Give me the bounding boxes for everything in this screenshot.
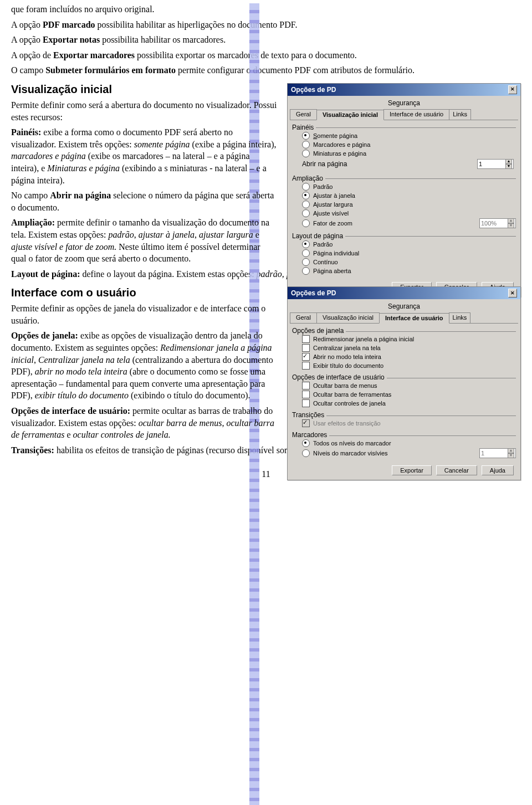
dialog-titlebar: Opções de PD ✕ [288,84,520,96]
close-icon[interactable]: ✕ [508,85,517,94]
heading-visualizacao: Visualização inicial [11,83,277,96]
close-icon-2[interactable]: ✕ [508,289,517,298]
radio-ajustar-largura[interactable] [302,201,310,208]
marc-niveis-input[interactable]: 1 ▲▼ [479,448,516,458]
chk-redimensionar[interactable] [302,335,310,343]
dialog-interface-usuario: Opções de PD ✕ Segurança Geral Visualiza… [287,286,521,480]
tab-links[interactable]: Links [449,109,471,120]
sec2-p3: Opções de interface de usuário: permite … [11,405,277,441]
chk-ocultar-menus[interactable] [302,382,310,389]
exportar-button-2[interactable]: Exportar [392,465,432,475]
para-intro-3: A opção Exportar notas possibilita habil… [11,34,521,46]
sec1-p3: No campo Abrir na página selecione o núm… [11,189,277,213]
ajuda-button-2[interactable]: Ajuda [482,465,514,475]
sec2-p2: Opções de janela: exibe as opções de vis… [11,330,277,402]
para-intro-4: A opção de Exportar marcadores possibili… [11,49,521,61]
radio-ajustar-janela[interactable] [302,192,310,199]
tab-iface[interactable]: Interface de usuário [383,109,449,120]
chk-exibir-titulo[interactable] [302,362,310,370]
heading-interface: Interface com o usuário [11,286,277,299]
radio-lp-aberta[interactable] [302,267,310,275]
tab-geral[interactable]: Geral [290,109,317,120]
fieldset-marcadores: Marcadores [292,431,327,439]
tab-iface-2[interactable]: Interface de usuário [379,313,449,324]
radio-niveis-visivies[interactable] [302,449,310,457]
tab-strip: Geral Visualização inicial Interface de … [290,109,518,120]
abrir-label: Abrir na página [302,160,347,168]
cancelar-button-2[interactable]: Cancelar [436,465,477,475]
fieldset-opjanela: Opções de janela [292,327,344,335]
fieldset-paineis: Painéis [292,124,314,131]
radio-miniaturas-pagina[interactable] [302,150,310,157]
chk-usar-transicao [302,419,310,427]
fieldset-opinterface: Opções de interface de usuário [292,373,385,381]
tab-vis[interactable]: Visualização inicial [316,110,384,120]
fieldset-ampliacao: Ampliação [292,175,323,182]
abrir-pagina-input[interactable]: 1 ▲▼ [477,159,514,169]
sec1-p2: Painéis: exibe a forma como o documento … [11,126,277,186]
sec1-p4: Ampliação: permite definir o tamanho da … [11,217,277,264]
tab-seguranca[interactable]: Segurança [290,98,518,109]
chk-centralizar[interactable] [302,344,310,352]
radio-fator-zoom[interactable] [302,219,310,227]
sec1-p1: Permite definir como será a abertura do … [11,99,277,123]
dialog-visualizacao-inicial: Opções de PD ✕ Segurança Geral Visualiza… [287,83,521,297]
tab-seguranca-2[interactable]: Segurança [290,301,518,312]
radio-ajuste-visivel[interactable] [302,209,310,217]
tab-strip-2: Geral Visualização inicial Interface de … [290,312,518,324]
para-intro-5: O campo Submeter formulários em formato … [11,64,521,76]
radio-lp-individual[interactable] [302,249,310,257]
fieldset-layout: Layout de página [292,232,343,240]
chk-ocultar-ferramentas[interactable] [302,391,310,398]
fieldset-transicoes: Transições [292,411,324,419]
tab-links-2[interactable]: Links [449,312,471,323]
radio-lp-padrao[interactable] [302,240,310,248]
dialog-titlebar-2: Opções de PD ✕ [288,287,520,299]
sec2-p1: Permite definir as opções de janela do v… [11,302,277,326]
radio-somente-pagina[interactable] [302,132,310,140]
radio-lp-continuo[interactable] [302,258,310,266]
dialog-title-2: Opções de PD [291,289,336,297]
zoom-input[interactable]: 100% ▲▼ [479,218,516,228]
radio-marcadores-pagina[interactable] [302,141,310,148]
tab-vis-2[interactable]: Visualização inicial [316,312,380,323]
chk-abrir-tela-inteira[interactable] [302,353,310,361]
para-intro-2: A opção PDF marcado possibilita habilita… [11,19,521,31]
tab-geral-2[interactable]: Geral [290,312,317,323]
radio-padrao[interactable] [302,183,310,191]
chk-ocultar-controles[interactable] [302,399,310,407]
dialog-title: Opções de PD [291,86,336,94]
radio-todos-niveis[interactable] [302,439,310,447]
para-intro-1: que foram incluídos no arquivo original. [11,3,521,16]
